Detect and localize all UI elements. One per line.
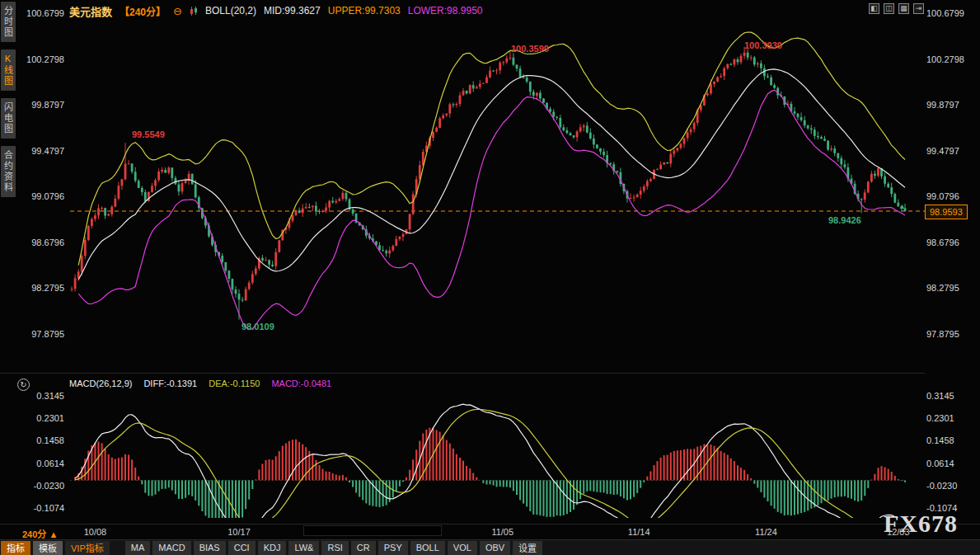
macd-axis-tick-right: 0.3145 [926,391,954,401]
macd-axis-tick-left: -0.0230 [0,481,64,491]
indicator-psy[interactable]: PSY [378,541,408,555]
indicator-vol[interactable]: VOL [448,541,477,555]
vip-indicators-button[interactable]: VIP指标 [65,541,110,555]
tab-kline-chart[interactable]: K线图 [1,49,16,91]
timeline-scrollbar-thumb[interactable] [303,525,442,536]
boll-settings-label[interactable]: BOLL(20,2) [205,5,256,16]
last-price-value: 98.9593 [930,207,963,217]
macd-axis-tick-right: -0.0230 [926,481,957,491]
trading-terminal: 分时图K线图闪电图合约资料 美元指数 【240分】 ⊖ BOLL(20,2) M… [0,0,980,555]
indicator-lw[interactable]: LW& [288,541,319,555]
indicator-bias[interactable]: BIAS [194,541,226,555]
kline-icon [190,7,198,16]
price-axis-tick-right: 97.8795 [926,329,959,339]
price-axis-tick-right: 100.6799 [926,8,964,18]
macd-header: MACD(26,12,9) DIFF:-0.1391 DEA:-0.1150 M… [69,379,331,388]
indicator-rsi[interactable]: RSI [321,541,348,555]
macd-axis-tick-right: -0.1074 [926,503,957,513]
price-up-arrow-icon: ▲ [898,202,906,210]
split-left-icon[interactable]: ◧ [869,3,879,14]
macd-dea-label: DEA:-0.1150 [209,379,260,388]
macd-diff-label: DIFF:-0.1391 [143,379,197,388]
price-axis-tick-right: 100.2798 [926,54,964,64]
swing-low-label: 98.9426 [828,215,861,225]
price-axis-tick-left: 97.8795 [0,329,64,339]
macd-axis-tick-left: 0.1458 [0,435,64,445]
price-axis-tick-right: 99.4797 [926,146,959,156]
window-controls: ◧◫▦⇥ [869,3,924,14]
tab-time-chart[interactable]: 分时图 [1,2,16,42]
date-axis-label: 10/17 [227,527,251,537]
boll-mid-label: MID:99.3627 [264,5,321,16]
macd-value-label: MACD:-0.0481 [271,379,331,388]
macd-axis-tick-left: -0.1074 [0,503,64,513]
timeframe-label: 240分 [22,529,46,539]
grid-view-icon[interactable]: ▦ [898,3,909,14]
indicator-cr[interactable]: CR [351,541,376,555]
candlestick-chart[interactable] [0,0,980,555]
last-price-badge: 98.9593 [925,205,968,219]
date-axis-label: 11/05 [491,527,513,537]
indicator-boll[interactable]: BOLL [410,541,445,555]
indicator-kdj[interactable]: KDJ [258,541,287,555]
swing-high-label: 100.3599 [511,44,549,54]
price-axis-tick-left: 98.2795 [0,283,64,293]
collapse-indicator-icon[interactable]: ⊖ [173,5,182,17]
swing-low-label: 98.0109 [241,322,274,332]
macd-axis-tick-left: 0.0614 [0,459,64,468]
swing-high-label: 99.5549 [132,129,165,139]
indicator-macd[interactable]: MACD [152,541,190,555]
tab-template[interactable]: 模板 [33,541,63,555]
boll-lower-label: LOWER:98.9950 [408,5,483,16]
price-axis-tick-left: 98.6796 [0,238,64,247]
next-chart-icon[interactable]: ⇥ [913,3,924,14]
date-axis-label: 11/24 [755,527,777,537]
date-axis-label: 12/03 [887,527,910,537]
instrument-title: 美元指数 [69,3,112,19]
macd-axis-tick-right: 0.2301 [926,413,954,423]
macd-axis-tick-left: 0.3145 [0,391,64,401]
swing-high-label: 100.3939 [744,40,782,50]
indicator-cycle-icon[interactable]: ↻ [17,379,30,391]
boll-upper-label: UPPER:99.7303 [328,5,401,16]
price-axis-tick-right: 99.0796 [926,191,959,201]
indicator-ma[interactable]: MA [125,541,151,555]
indicator-toolbar: 指标模板VIP指标MAMACDBIASCCIKDJLW&RSICRPSYBOLL… [0,539,980,555]
price-axis-tick-right: 98.2795 [926,283,959,293]
timeframe-selector[interactable]: 240分 ▲ [22,527,58,540]
indicator-cci[interactable]: CCI [228,541,256,555]
macd-axis-tick-left: 0.2301 [0,413,64,423]
date-axis-label: 11/14 [628,527,650,537]
macd-axis-tick-right: 0.0614 [926,459,954,468]
tab-contract-info[interactable]: 合约资料 [1,146,16,197]
indicator-obv[interactable]: OBV [480,541,510,555]
split-view-icon[interactable]: ◫ [884,3,894,14]
date-axis-label: 10/08 [84,527,107,537]
macd-params-label[interactable]: MACD(26,12,9) [69,379,132,388]
price-axis-tick-right: 98.6796 [926,238,959,247]
price-axis-tick-right: 99.8797 [926,100,959,110]
period-tag[interactable]: 【240分】 [120,4,166,18]
timeframe-arrow-icon: ▲ [49,529,58,539]
tab-flash-chart[interactable]: 闪电图 [1,98,16,139]
macd-axis-tick-right: 0.1458 [926,435,954,445]
settings-button[interactable]: 设置 [513,541,542,555]
chart-header: 美元指数 【240分】 ⊖ BOLL(20,2) MID:99.3627 UPP… [69,4,483,17]
tab-indicators[interactable]: 指标 [1,541,30,555]
chart-type-sidebar: 分时图K线图闪电图合约资料 [0,0,16,199]
